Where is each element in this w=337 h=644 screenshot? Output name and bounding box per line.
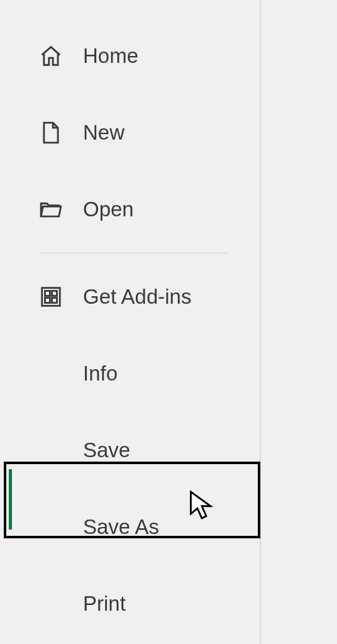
home-icon [39,44,63,68]
svg-rect-4 [52,298,57,303]
svg-rect-3 [45,298,50,303]
menu-item-info[interactable]: Info [0,335,260,412]
svg-rect-1 [45,291,50,296]
menu-label-print: Print [83,592,126,616]
addins-grid-icon [39,285,63,309]
menu-item-save-as[interactable]: Save As [0,489,260,565]
open-folder-icon [39,197,63,221]
menu-divider [39,253,228,253]
new-document-icon [39,121,63,145]
file-menu-sidebar: Home New Open Get Add-ins Info Save Save… [0,0,261,644]
menu-label-save-as: Save As [83,515,159,539]
menu-item-open[interactable]: Open [0,171,260,248]
menu-label-info: Info [83,362,118,386]
menu-label-get-addins: Get Add-ins [83,285,191,309]
menu-label-home: Home [83,44,138,68]
menu-item-save[interactable]: Save [0,412,260,489]
menu-item-get-addins[interactable]: Get Add-ins [0,258,260,335]
menu-item-home[interactable]: Home [0,18,260,94]
menu-label-new: New [83,121,124,145]
menu-label-save: Save [83,438,130,462]
menu-item-print[interactable]: Print [0,565,260,642]
menu-item-new[interactable]: New [0,94,260,171]
svg-rect-2 [52,291,57,296]
menu-label-open: Open [83,197,134,221]
